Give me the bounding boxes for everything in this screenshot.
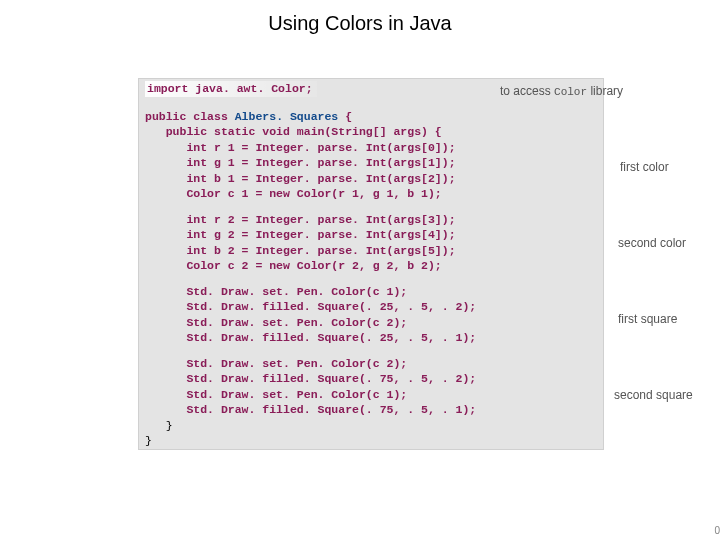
slide: Using Colors in Java import java. awt. C… <box>0 0 720 540</box>
code-c1-0: int r 1 = Integer. parse. Int(args[0]); <box>139 140 603 156</box>
code-sq2-1: Std. Draw. filled. Square(. 75, . 5, . 2… <box>139 371 603 387</box>
code-sq2-0: Std. Draw. set. Pen. Color(c 2); <box>139 356 603 372</box>
code-sq1-2: Std. Draw. set. Pen. Color(c 2); <box>139 315 603 331</box>
page-title: Using Colors in Java <box>0 0 720 35</box>
code-c1-3: Color c 1 = new Color(r 1, g 1, b 1); <box>139 186 603 202</box>
code-sq2-3: Std. Draw. filled. Square(. 75, . 5, . 1… <box>139 402 603 418</box>
code-c1-1: int g 1 = Integer. parse. Int(args[1]); <box>139 155 603 171</box>
code-sq1-0: Std. Draw. set. Pen. Color(c 1); <box>139 284 603 300</box>
code-c1-2: int b 1 = Integer. parse. Int(args[2]); <box>139 171 603 187</box>
annotation-import: to access Color library <box>500 84 623 98</box>
code-block: import java. awt. Color; public class Al… <box>138 78 604 450</box>
code-sq1-3: Std. Draw. filled. Square(. 25, . 5, . 1… <box>139 330 603 346</box>
code-c2-2: int b 2 = Integer. parse. Int(args[5]); <box>139 243 603 259</box>
code-c2-0: int r 2 = Integer. parse. Int(args[3]); <box>139 212 603 228</box>
code-sq1-1: Std. Draw. filled. Square(. 25, . 5, . 2… <box>139 299 603 315</box>
code-close-main: } <box>139 418 603 434</box>
annotation-first-square: first square <box>618 312 677 326</box>
code-c2-1: int g 2 = Integer. parse. Int(args[4]); <box>139 227 603 243</box>
page-number: 0 <box>714 525 720 536</box>
code-sq2-2: Std. Draw. set. Pen. Color(c 1); <box>139 387 603 403</box>
code-c2-3: Color c 2 = new Color(r 2, g 2, b 2); <box>139 258 603 274</box>
code-class-decl: public class Albers. Squares { <box>139 109 603 125</box>
code-close-class: } <box>139 433 603 449</box>
annotation-second-square: second square <box>614 388 693 402</box>
annotation-first-color: first color <box>620 160 669 174</box>
code-main-sig: public static void main(String[] args) { <box>139 124 603 140</box>
annotation-second-color: second color <box>618 236 686 250</box>
